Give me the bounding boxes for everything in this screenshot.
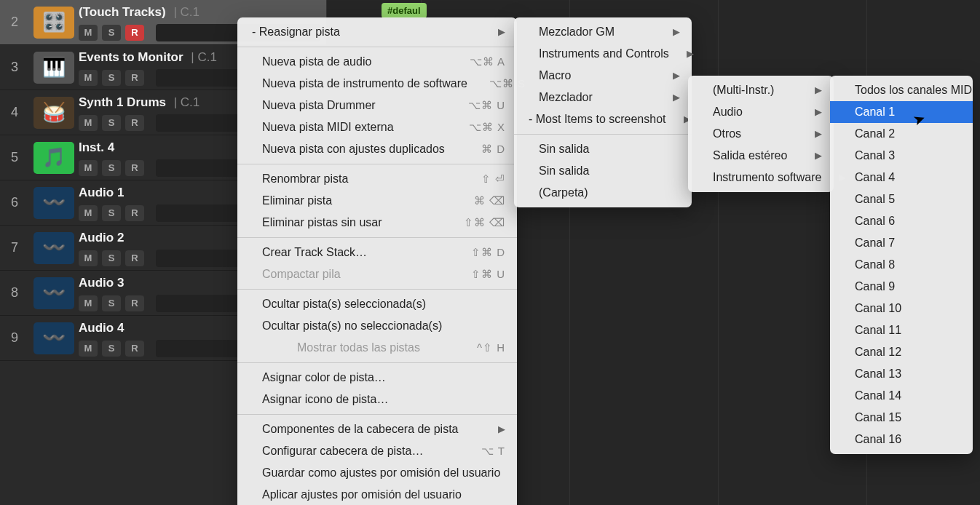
menu-item[interactable]: Todos los canales MIDI (830, 79, 973, 101)
menu-item[interactable]: Canal 9 (830, 276, 973, 298)
chevron-right-icon: ▶ (815, 82, 822, 98)
mute-button[interactable]: M (79, 25, 98, 41)
menu-item[interactable]: Canal 5 (830, 188, 973, 210)
menu-item[interactable]: Sin salida (514, 160, 692, 182)
menu-item[interactable]: Canal 8 (830, 254, 973, 276)
submenu-reassign: Mezclador GM▶Instruments and Controls▶Ma… (514, 17, 692, 207)
track-channel: | C.1 (170, 95, 199, 109)
mute-button[interactable]: M (79, 70, 98, 86)
menu-item[interactable]: Canal 13 (830, 363, 973, 385)
menu-item[interactable]: Crear Track Stack…⇧⌘ D (237, 242, 517, 263)
track-icon[interactable]: 🎵 (33, 142, 74, 174)
record-button[interactable]: R (125, 295, 144, 311)
track-icon[interactable]: 〰️ (33, 277, 74, 309)
menu-item[interactable]: Audio▶ (688, 101, 834, 123)
menu-item[interactable]: - Most Items to screenshot▶ (514, 108, 692, 130)
menu-item: Mostrar todas las pistas^⇧ H (237, 337, 517, 359)
track-icon[interactable]: 〰️ (33, 187, 74, 219)
menu-item[interactable]: Asignar icono de pista… (237, 389, 517, 410)
chevron-right-icon: ▶ (673, 90, 680, 106)
menu-item[interactable]: Ocultar pista(s) seleccionada(s) (237, 293, 517, 315)
menu-item[interactable]: Sin salida (514, 138, 692, 160)
menu-item[interactable]: Canal 1 (830, 101, 973, 123)
menu-item[interactable]: Nueva pista Drummer⌥⌘ U (237, 95, 517, 116)
solo-button[interactable]: S (102, 115, 121, 131)
menu-item[interactable]: Eliminar pistas sin usar⇧⌘ ⌫ (237, 212, 517, 234)
chevron-right-icon: ▶ (815, 126, 822, 142)
record-button[interactable]: R (125, 205, 144, 221)
menu-item[interactable]: Instruments and Controls▶ (514, 43, 692, 65)
record-button[interactable]: R (125, 25, 144, 41)
mute-button[interactable]: M (79, 205, 98, 221)
menu-item[interactable]: Nueva pista de audio⌥⌘ A (237, 51, 517, 73)
menu-item[interactable]: Macro▶ (514, 65, 692, 87)
track-icon[interactable]: 〰️ (33, 322, 74, 354)
menu-item[interactable]: Mezclador GM▶ (514, 21, 692, 43)
menu-item[interactable]: Canal 6 (830, 210, 973, 232)
solo-button[interactable]: S (102, 250, 121, 266)
menu-item[interactable]: Canal 14 (830, 385, 973, 407)
menu-item[interactable]: - Reasignar pista▶ (237, 21, 517, 43)
track-icon[interactable]: 🎹 (33, 52, 74, 84)
mute-button[interactable]: M (79, 295, 98, 311)
menu-item[interactable]: Canal 12 (830, 341, 973, 363)
track-icon[interactable]: 〰️ (33, 232, 74, 264)
menu-item[interactable]: Eliminar pista⌘ ⌫ (237, 190, 517, 212)
menu-item[interactable]: Salida estéreo▶ (688, 145, 834, 167)
menu-item[interactable]: Asignar color de pista… (237, 367, 517, 389)
track-number: 6 (0, 195, 29, 210)
submenu-midi-channels: Todos los canales MIDICanal 1Canal 2Cana… (830, 76, 973, 454)
mute-button[interactable]: M (79, 160, 98, 176)
record-button[interactable]: R (125, 250, 144, 266)
chevron-right-icon: ▶ (498, 421, 505, 437)
region-tag[interactable]: #defaul (382, 3, 427, 18)
menu-item[interactable]: Nueva pista MIDI externa⌥⌘ X (237, 116, 517, 138)
menu-item[interactable]: Configurar cabecera de pista…⌥ T (237, 440, 517, 462)
track-icon[interactable]: 🥁 (33, 97, 74, 129)
track-number: 8 (0, 285, 29, 301)
menu-item[interactable]: Otros▶ (688, 123, 834, 145)
track-number: 5 (0, 150, 29, 165)
record-button[interactable]: R (125, 160, 144, 176)
menu-item[interactable]: Canal 10 (830, 298, 973, 319)
submenu-items: (Multi-Instr.)▶Audio▶Otros▶Salida estére… (688, 76, 834, 192)
menu-item[interactable]: Canal 7 (830, 232, 973, 254)
menu-item[interactable]: Instrumento software▶ (688, 167, 834, 188)
menu-item[interactable]: Renombrar pista⇧ ⏎ (237, 168, 517, 190)
mute-button[interactable]: M (79, 115, 98, 131)
chevron-right-icon: ▶ (673, 24, 680, 40)
record-button[interactable]: R (125, 70, 144, 86)
menu-item[interactable]: Aplicar ajustes por omisión del usuario (237, 484, 517, 505)
mute-button[interactable]: M (79, 341, 98, 357)
track-number: 2 (0, 15, 29, 30)
solo-button[interactable]: S (102, 205, 121, 221)
record-button[interactable]: R (125, 341, 144, 357)
track-number: 7 (0, 240, 29, 255)
solo-button[interactable]: S (102, 25, 121, 41)
menu-item[interactable]: Ocultar pista(s) no seleccionada(s) (237, 315, 517, 337)
chevron-right-icon: ▶ (498, 24, 505, 40)
track-number: 3 (0, 60, 29, 75)
track-channel: | C.1 (188, 50, 217, 64)
mute-button[interactable]: M (79, 250, 98, 266)
track-number: 4 (0, 105, 29, 120)
solo-button[interactable]: S (102, 70, 121, 86)
record-button[interactable]: R (125, 115, 144, 131)
menu-item[interactable]: Canal 16 (830, 429, 973, 450)
menu-item[interactable]: Guardar como ajustes por omisión del usu… (237, 462, 517, 484)
menu-item[interactable]: Canal 4 (830, 167, 973, 188)
solo-button[interactable]: S (102, 160, 121, 176)
menu-item[interactable]: Mezclador▶ (514, 87, 692, 108)
menu-item[interactable]: Canal 15 (830, 407, 973, 429)
solo-button[interactable]: S (102, 341, 121, 357)
menu-item[interactable]: Componentes de la cabecera de pista▶ (237, 418, 517, 440)
menu-item[interactable]: Nueva pista de instrumento de software⌥⌘… (237, 73, 517, 95)
menu-item[interactable]: (Multi-Instr.)▶ (688, 79, 834, 101)
menu-item[interactable]: Canal 11 (830, 319, 973, 341)
menu-item[interactable]: Canal 2 (830, 123, 973, 145)
solo-button[interactable]: S (102, 295, 121, 311)
menu-item[interactable]: (Carpeta) (514, 182, 692, 204)
track-icon[interactable]: 🎛️ (33, 7, 74, 39)
menu-item[interactable]: Nueva pista con ajustes duplicados⌘ D (237, 138, 517, 160)
menu-item[interactable]: Canal 3 (830, 145, 973, 167)
